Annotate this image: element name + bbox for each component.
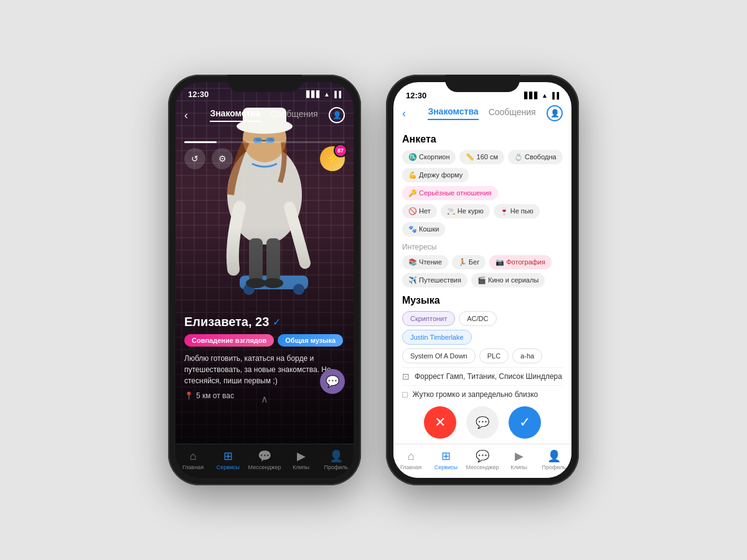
nav-services-right[interactable]: ⊞ Сервисы [431,449,461,470]
swipe-hint: ∧ [261,393,268,405]
tab-znakoms-left[interactable]: Знакомства [210,108,260,122]
undo-button[interactable]: ↺ [184,148,205,169]
screen-left: 12:30 ▋▋▋ ▲ ▐▐ ‹ Знакомства Сообщения [176,82,354,478]
anketa-tags-row1: ♏ Скорпион 📏 160 см 💍 Свободна [402,150,563,164]
tag-pets: 🐾 Кошки [402,222,445,236]
back-button-right[interactable]: ‹ [402,107,417,120]
interests-tags-row2: ✈️ Путешествия 🎬 Кино и сериалы [402,273,563,287]
signal-icon: ▋▋▋ [306,91,321,98]
battery-icon: ▐▐ [332,91,341,98]
left-actions: ↺ ⚙ [184,148,233,169]
tag-children: 🚫 Нет [402,204,437,218]
media-books: □ Жутко громко и запредельно близко [402,385,563,400]
profile-icon-symbol: 👤 [332,111,342,119]
tag-shape: 💪 Держу форму [402,168,469,182]
music-tag-aha: a-ha [512,348,542,363]
header-right: ‹ Знакомства Сообщения 👤 [393,103,571,126]
tag-cinema: 🎬 Кино и сериалы [471,273,545,287]
bottom-nav-right: ⌂ Главная ⊞ Сервисы 💬 Мессенджер ▶ Клипы… [393,444,571,478]
verified-icon: ✓ [273,316,281,328]
nav-clips-right[interactable]: ▶ Клипы [504,449,534,470]
scroll-content: Анкета ♏ Скорпион 📏 160 см 💍 Свободна 💪 … [393,126,571,400]
nav-profile-left[interactable]: 👤 Профиль [321,449,351,470]
header-tabs-right: Знакомства Сообщения [428,106,535,120]
location-text: 5 км от вас [196,391,234,400]
reject-button[interactable]: ✕ [424,406,456,439]
services-icon-right: ⊞ [441,449,451,463]
books-icon: □ [402,390,407,399]
boost-badge: 87 [334,144,347,157]
home-icon-right: ⌂ [408,450,415,463]
nav-profile-label-left: Профиль [324,464,348,470]
boost-button[interactable]: ⚡ 87 [320,146,345,171]
nav-messenger-left[interactable]: 💬 Мессенджер [248,449,281,470]
card-actions-top: ↺ ⚙ ⚡ 87 [176,141,354,176]
screen-right: 12:30 ▋▋▋ ▲ ▐▐ ‹ Знакомства Сообщения 👤 [393,82,571,478]
nav-messenger-label-right: Мессенджер [466,464,499,470]
tag-running: 🏃 Бег [452,255,486,269]
services-icon-left: ⊞ [223,449,233,463]
tag-music: Общая музыка [278,334,343,347]
filter-button[interactable]: ⚙ [212,148,233,169]
status-time-right: 12:30 [406,91,426,100]
accept-button[interactable]: ✓ [509,406,541,439]
battery-icon-right: ▐▐ [550,92,559,99]
tag-smoke: 🚬 Не курю [441,204,490,218]
status-time-left: 12:30 [188,90,209,99]
profile-icon-left[interactable]: 👤 [329,107,345,123]
music-tag-plc: PLC [479,348,509,363]
clips-icon-right: ▶ [515,449,524,463]
music-tag-soad: System Of A Down [402,348,476,363]
bottom-nav-left: ⌂ Главная ⊞ Сервисы 💬 Мессенджер ▶ Клипы… [176,444,354,478]
status-bar-left: 12:30 ▋▋▋ ▲ ▐▐ [176,82,354,101]
messenger-icon-left: 💬 [258,449,271,463]
status-icons-left: ▋▋▋ ▲ ▐▐ [306,91,341,98]
nav-messenger-right[interactable]: 💬 Мессенджер [466,449,499,470]
profile-name-text: Елизавета, 23 [184,315,269,329]
anketa-tags-row3: 🚫 Нет 🚬 Не курю 🍷 Не пью [402,204,563,218]
tab-znakoms-right[interactable]: Знакомства [428,106,478,120]
chat-button[interactable]: 💬 [466,406,499,439]
nav-clips-left[interactable]: ▶ Клипы [286,449,316,470]
books-text: Жутко громко и запредельно близко [412,390,538,399]
nav-home-left[interactable]: ⌂ Главная [178,450,208,470]
profile-icon-right[interactable]: 👤 [547,105,563,121]
tab-messages-right[interactable]: Сообщения [489,107,536,119]
wifi-icon-right: ▲ [542,92,548,99]
profile-nav-icon-right: 👤 [547,449,561,463]
tag-worldview: Совпадение взглядов [184,334,274,347]
profile-tags: Совпадение взглядов Общая музыка [184,334,345,347]
nav-clips-label-left: Клипы [293,464,309,470]
music-tags-row1: Скриптонит AC/DC Justin Timberlake [402,311,563,345]
profile-nav-icon-left: 👤 [329,449,343,463]
nav-services-label-left: Сервисы [217,464,240,470]
tag-reading: 📚 Чтение [402,255,448,269]
interests-label: Интересы [402,243,563,251]
music-tag-skriptonit: Скриптонит [402,311,455,326]
nav-messenger-label-left: Мессенджер [248,464,281,470]
music-tag-timberlake: Justin Timberlake [402,330,472,345]
home-icon-left: ⌂ [190,450,197,463]
music-tag-acdc: AC/DC [459,311,496,326]
music-title: Музыка [402,295,563,306]
phone-left: 12:30 ▋▋▋ ▲ ▐▐ ‹ Знакомства Сообщения [168,75,361,485]
back-button-left[interactable]: ‹ [184,109,199,122]
page-wrapper: 12:30 ▋▋▋ ▲ ▐▐ ‹ Знакомства Сообщения [0,0,747,560]
tab-messages-left[interactable]: Сообщения [271,109,318,121]
nav-services-left[interactable]: ⊞ Сервисы [213,449,243,470]
tag-height: 📏 160 см [459,150,504,164]
music-tags-row2: System Of A Down PLC a-ha [402,348,563,363]
nav-profile-label-right: Профиль [542,464,566,470]
nav-home-label-right: Главная [400,464,421,470]
anketa-tags-row4: 🐾 Кошки [402,222,563,236]
notch-right [445,75,520,92]
float-chat-button[interactable]: 💬 [320,369,345,394]
profile-icon-symbol-right: 👤 [550,109,560,118]
status-icons-right: ▋▋▋ ▲ ▐▐ [524,92,559,99]
nav-home-right[interactable]: ⌂ Главная [396,450,426,470]
nav-home-label-left: Главная [182,464,204,470]
nav-profile-right[interactable]: 👤 Профиль [539,449,569,470]
signal-icon-right: ▋▋▋ [524,92,539,99]
movies-text: Форрест Гамп, Титаник, Список Шиндлера [415,372,562,381]
header-tabs-left: Знакомства Сообщения [210,108,317,122]
